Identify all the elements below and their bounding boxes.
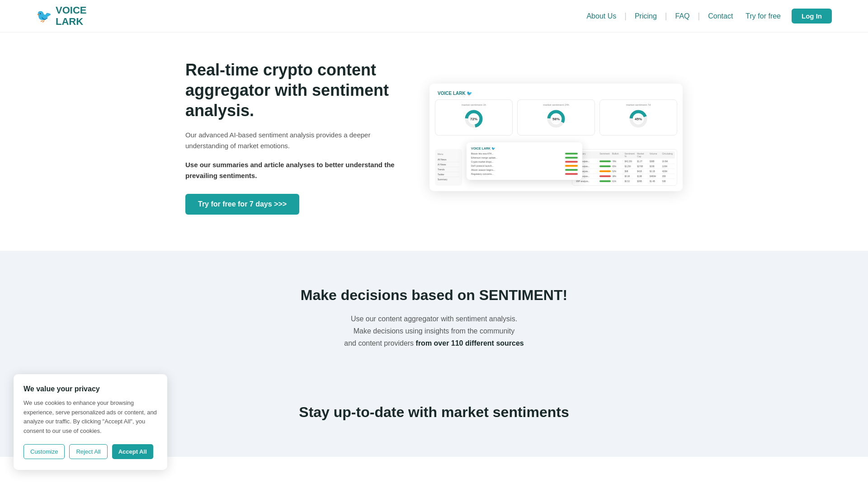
table-row: XRP analysis... 61% $0.52 $28B $1.4B 53B (574, 179, 675, 183)
dash-main-table: Summary Sentiment Bullish Sentiment % Ma… (572, 149, 677, 186)
section2-title: Make decisions based on SENTIMENT! (276, 287, 592, 304)
cookie-reject-button[interactable]: Reject All (69, 444, 107, 457)
section2-desc: Use our content aggregator with sentimen… (276, 313, 592, 350)
svg-text:58%: 58% (552, 117, 560, 121)
dash-metrics-row: market sentiment 1h 72% market sentiment… (435, 99, 677, 136)
donut-1h: 72% (463, 108, 485, 130)
dash-table-body: BTC analysis... 78% $42,150 $1.2T $38B 1… (574, 160, 675, 183)
nav-faq[interactable]: FAQ (671, 12, 694, 20)
dash-article-row: Altcoin season begins... (471, 169, 578, 171)
svg-text:45%: 45% (635, 117, 642, 121)
dash-sidebar: Menu All News AI News Trends Twitter Sum… (435, 149, 462, 186)
dash-article-row: DeFi protocol launch... (471, 164, 578, 167)
dash-inner-card: VOICE LARK 🐦 Bitcoin hits new ATH... Eth… (467, 142, 582, 180)
nav-login-button[interactable]: Log In (792, 9, 832, 23)
donut-7d: 45% (627, 108, 649, 130)
dash-metric-24h: market sentiment 24h 58% (517, 99, 595, 136)
dash-top-bar: VOICE LARK 🐦 (435, 89, 677, 99)
cookie-actions: Customize Reject All Accept All (24, 444, 157, 457)
hero-text-block: Real-time crypto content aggregator with… (185, 60, 402, 215)
hero-title: Real-time crypto content aggregator with… (185, 60, 402, 121)
table-row: SOL analysis... 52% $98 $41B $2.1B 420M (574, 169, 675, 174)
hero-section: Real-time crypto content aggregator with… (0, 33, 868, 251)
nav-pricing[interactable]: Pricing (630, 12, 661, 20)
svg-text:72%: 72% (470, 117, 477, 121)
nav-contact[interactable]: Contact (703, 12, 737, 20)
dash-logo: VOICE LARK 🐦 (438, 91, 472, 96)
nav-try-free[interactable]: Try for free (745, 12, 781, 20)
section2-content: Make decisions based on SENTIMENT! Use o… (276, 287, 592, 350)
table-row: ETH analysis... 65% $2,250 $270B $15B 12… (574, 164, 675, 169)
dash-metric-7d: market sentiment 7d 45% (599, 99, 677, 136)
logo-link[interactable]: 🐦 VOICE LARK (36, 5, 86, 27)
dash-article-row: Ethereum merge update... (471, 156, 578, 159)
nav-sep-1: | (624, 11, 627, 21)
table-row: ADA analysis... 38% $0.38 $13B $480M 35B (574, 174, 675, 179)
cookie-banner: We value your privacy We use cookies to … (14, 374, 167, 457)
donut-24h: 58% (545, 108, 567, 130)
dashboard-mockup: VOICE LARK 🐦 market sentiment 1h 72% m (429, 84, 683, 191)
navbar: 🐦 VOICE LARK About Us | Pricing | FAQ | … (0, 0, 868, 33)
dash-article-row: Regulatory concerns... (471, 173, 578, 175)
dash-articles-area: VOICE LARK 🐦 Bitcoin hits new ATH... Eth… (467, 149, 677, 186)
nav-sep-3: | (698, 11, 700, 21)
dash-metric-1h: market sentiment 1h 72% (435, 99, 513, 136)
section2-bold: from over 110 different sources (416, 339, 524, 347)
hero-cta-button[interactable]: Try for free for 7 days >>> (185, 194, 299, 215)
nav-sep-2: | (665, 11, 667, 21)
cookie-accept-button[interactable]: Accept All (112, 444, 153, 457)
dash-article-row: Bitcoin hits new ATH... (471, 152, 578, 155)
logo-text: VOICE LARK (56, 5, 86, 27)
cookie-text: We use cookies to enhance your browsing … (24, 399, 157, 436)
dash-article-row: Crypto market drops... (471, 160, 578, 163)
nav-about-us[interactable]: About Us (582, 12, 621, 20)
cookie-title: We value your privacy (24, 385, 157, 393)
hero-image-block: VOICE LARK 🐦 market sentiment 1h 72% m (429, 84, 683, 191)
section2: Make decisions based on SENTIMENT! Use o… (0, 251, 868, 377)
dash-inner-logo: VOICE LARK 🐦 (471, 147, 578, 150)
hero-subtitle: Our advanced AI-based sentiment analysis… (185, 130, 402, 151)
nav-links: About Us | Pricing | FAQ | Contact Try f… (582, 9, 832, 23)
hero-bold-text: Use our summaries and article analyses t… (185, 160, 402, 181)
table-row: BTC analysis... 78% $42,150 $1.2T $38B 1… (574, 160, 675, 164)
logo-bird-icon: 🐦 (36, 9, 52, 23)
dash-table-header: Summary Sentiment Bullish Sentiment % Ma… (574, 151, 675, 159)
cookie-customize-button[interactable]: Customize (24, 444, 65, 457)
dash-article-rows: Bitcoin hits new ATH... Ethereum merge u… (471, 152, 578, 175)
